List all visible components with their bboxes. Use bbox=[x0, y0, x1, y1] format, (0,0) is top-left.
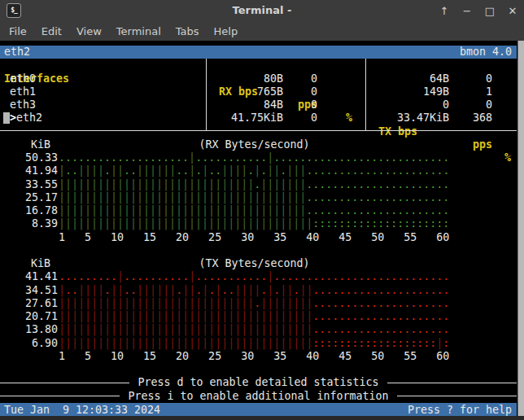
window-controls: ↑−□✕ bbox=[438, 3, 519, 19]
rx-bps-value: 765B bbox=[187, 85, 283, 98]
graph-title: (RX Bytes/second) bbox=[59, 138, 450, 151]
interface-row[interactable]: eth080B064B0 bbox=[3, 72, 517, 85]
graph-row: 8.39||||||||||||||||||||||||||||||||||||… bbox=[3, 217, 517, 230]
graph-row: 6.90||||||||||||||||||||||||||||||||||||… bbox=[3, 337, 517, 350]
graph-row: 13.80|||||||||||||||||||||||||||||||||||… bbox=[3, 323, 517, 336]
y-tick-label: 27.61 bbox=[3, 297, 58, 310]
window-bottom-border bbox=[0, 416, 524, 420]
shade-button[interactable]: ↑ bbox=[438, 3, 451, 19]
cursor-block bbox=[3, 112, 10, 124]
hint-rule-right bbox=[397, 396, 517, 396]
rx-pps-value: 0 bbox=[285, 85, 317, 98]
graph-row-cells: |..||||.||..||||||.||.|.|..||||.|.||.||.… bbox=[59, 284, 450, 297]
graph-row-cells: |||||||||||||||||||||||||||||||||||||||.… bbox=[59, 310, 449, 323]
graph-row-cells: |..||||.||..||||||..|.|..||||.|.||.|||..… bbox=[59, 164, 450, 177]
interfaces-rows: eth080B064B0eth1765B0149B1eth384B000>eth… bbox=[3, 72, 517, 125]
graph-unit: KiB bbox=[3, 257, 50, 270]
y-tick-label: 8.39 bbox=[3, 217, 58, 230]
status-datetime: Tue Jan 9 12:03:33 2024 bbox=[4, 403, 160, 416]
blank-line bbox=[3, 363, 517, 376]
tx-pps-value: 0 bbox=[452, 72, 492, 85]
graph-row-cells: .........|..........|...........|.......… bbox=[59, 270, 449, 283]
graph-row-cells: |||||||||||||||||||||||||||||||||||||||:… bbox=[59, 337, 449, 350]
status-bar: Tue Jan 9 12:03:33 2024 Press ? for help bbox=[0, 403, 517, 416]
graph-row-cells: |||||||||||||||||||||||||||||||||||||||.… bbox=[59, 323, 449, 336]
hint-text-additional: Press i to enable additional information bbox=[120, 390, 396, 403]
tx-pps-value: 1 bbox=[452, 85, 492, 98]
graph-row-cells: ||||||||||||||||||||||||||||||.||||||||.… bbox=[59, 297, 449, 310]
tx-pps-value: 0 bbox=[452, 98, 492, 112]
bmon-version: bmon 4.0 bbox=[460, 46, 517, 59]
graph-title-line: KiB(RX Bytes/second) bbox=[3, 138, 517, 151]
menu-item-file[interactable]: File bbox=[2, 22, 34, 41]
x-axis: 1 5 10 15 20 25 30 35 40 45 50 55 60 bbox=[3, 350, 517, 363]
x-axis-labels: 1 5 10 15 20 25 30 35 40 45 50 55 60 bbox=[59, 231, 449, 244]
rx-graph: KiB(RX Bytes/second)50.33...............… bbox=[3, 138, 517, 244]
tx-pps-value: 368 bbox=[452, 112, 492, 125]
graph-unit: KiB bbox=[3, 138, 50, 151]
y-tick-label: 33.55 bbox=[3, 178, 58, 191]
y-tick-label: 25.17 bbox=[3, 191, 58, 204]
graph-row-cells: |||||||||||||||||||||||||||||||||||||||:… bbox=[59, 217, 449, 230]
graph-row: 20.71|||||||||||||||||||||||||||||||||||… bbox=[3, 310, 517, 323]
x-axis: 1 5 10 15 20 25 30 35 40 45 50 55 60 bbox=[3, 231, 517, 244]
y-tick-label: 13.80 bbox=[3, 323, 58, 336]
y-tick-label: 34.51 bbox=[3, 284, 58, 297]
menu-item-terminal[interactable]: Terminal bbox=[109, 22, 168, 41]
y-tick-label: 16.78 bbox=[3, 204, 58, 217]
interface-name: eth0 bbox=[10, 72, 36, 85]
y-tick-label: 20.71 bbox=[3, 310, 58, 323]
bmon-selected-interface: eth2 bbox=[4, 46, 30, 59]
menu-item-edit[interactable]: Edit bbox=[34, 22, 69, 41]
menu-item-view[interactable]: View bbox=[69, 22, 109, 41]
table-separator-row bbox=[3, 125, 517, 138]
graph-title: (TX Bytes/second) bbox=[59, 257, 450, 270]
terminal-screen[interactable]: eth2 bmon 4.0 Interfaces RX bps pps % TX… bbox=[0, 41, 524, 416]
rx-bps-value: 84B bbox=[187, 98, 283, 112]
graph-row: 27.61||||||||||||||||||||||||||||||.||||… bbox=[3, 297, 517, 310]
interface-name: eth2 bbox=[16, 112, 42, 125]
rx-bps-value: 41.75KiB bbox=[187, 112, 283, 125]
graph-row: 41.41.........|..........|...........|..… bbox=[3, 270, 517, 283]
tx-bps-value: 33.47KiB bbox=[358, 112, 449, 125]
menu-item-tabs[interactable]: Tabs bbox=[168, 22, 207, 41]
menubar: FileEditViewTerminalTabsHelp bbox=[0, 22, 524, 41]
interface-row[interactable]: eth1765B0149B1 bbox=[3, 85, 517, 98]
maximize-button[interactable]: □ bbox=[483, 3, 496, 19]
titlebar: $_ Terminal - ↑−□✕ bbox=[0, 0, 524, 22]
close-button[interactable]: ✕ bbox=[506, 3, 519, 19]
menu-item-help[interactable]: Help bbox=[207, 22, 246, 41]
terminal-content: eth2 bmon 4.0 Interfaces RX bps pps % TX… bbox=[3, 46, 517, 416]
x-axis-labels: 1 5 10 15 20 25 30 35 40 45 50 55 60 bbox=[59, 350, 449, 363]
hint-rule-right bbox=[387, 383, 517, 383]
graph-row-cells: ||||||||||||||||||||||||||||||.|||||||..… bbox=[59, 178, 449, 191]
hint-rule-left bbox=[0, 383, 129, 383]
rx-pps-value: 0 bbox=[285, 98, 317, 112]
status-help: Press ? for help bbox=[408, 403, 517, 416]
interface-row[interactable]: >eth241.75KiB033.47KiB368 bbox=[3, 112, 517, 125]
selection-arrow: > bbox=[10, 112, 16, 125]
blank-line bbox=[3, 244, 517, 257]
tx-graph: KiB(TX Bytes/second)41.41.........|.....… bbox=[3, 257, 517, 363]
graph-row: 25.17|||||||||||||||||||||||||||||||||||… bbox=[3, 191, 517, 204]
interface-name: eth1 bbox=[10, 85, 36, 98]
y-tick-label: 50.33 bbox=[3, 151, 58, 164]
graph-row-cells: ....................|...........|.......… bbox=[59, 151, 449, 164]
hint-line-detailed: Press d to enable detailed statistics bbox=[0, 376, 517, 389]
graph-row: 33.55||||||||||||||||||||||||||||||.||||… bbox=[3, 178, 517, 191]
rx-bps-value: 80B bbox=[187, 72, 283, 85]
minimize-button[interactable]: − bbox=[461, 3, 474, 19]
graph-row: 50.33....................|...........|..… bbox=[3, 151, 517, 164]
y-tick-label: 41.41 bbox=[3, 270, 58, 283]
graph-row-cells: ||||||||||||||||||||||||||||||||||||||..… bbox=[59, 204, 449, 217]
hint-line-additional: Press i to enable additional information bbox=[0, 390, 517, 403]
tx-bps-value: 149B bbox=[358, 85, 449, 98]
interface-row[interactable]: eth384B000 bbox=[3, 98, 517, 112]
rx-pps-value: 0 bbox=[285, 72, 317, 85]
hint-rule-left bbox=[0, 396, 120, 396]
window: $_ Terminal - ↑−□✕ FileEditViewTerminalT… bbox=[0, 0, 524, 420]
graph-row: 16.78|||||||||||||||||||||||||||||||||||… bbox=[3, 204, 517, 217]
tx-bps-value: 0 bbox=[358, 98, 449, 112]
rx-pps-value: 0 bbox=[285, 112, 317, 125]
scrollbar[interactable] bbox=[517, 41, 524, 416]
